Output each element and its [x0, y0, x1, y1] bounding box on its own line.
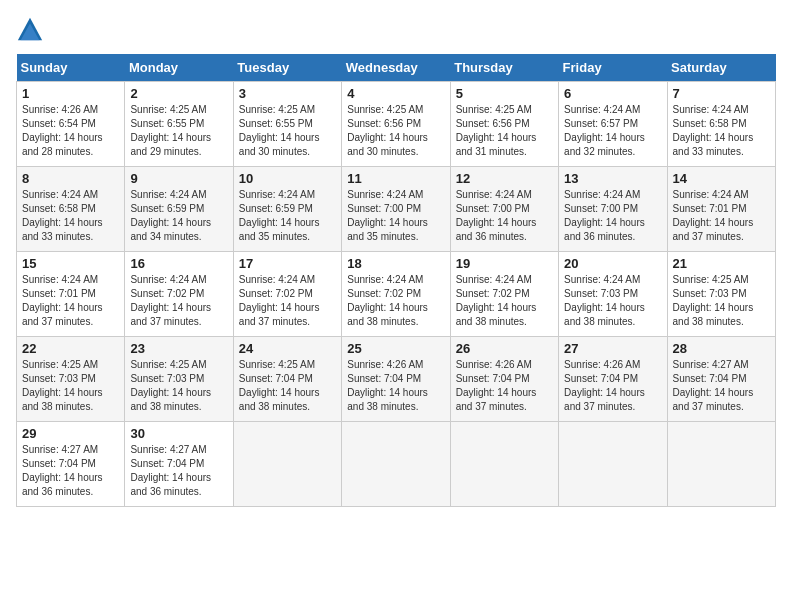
day-info: Sunrise: 4:24 AMSunset: 6:58 PMDaylight:…: [673, 104, 754, 157]
calendar-cell: 7 Sunrise: 4:24 AMSunset: 6:58 PMDayligh…: [667, 82, 775, 167]
day-number: 17: [239, 256, 336, 271]
day-number: 12: [456, 171, 553, 186]
day-number: 13: [564, 171, 661, 186]
day-number: 14: [673, 171, 770, 186]
calendar-cell: [667, 422, 775, 507]
calendar-cell: 23 Sunrise: 4:25 AMSunset: 7:03 PMDaylig…: [125, 337, 233, 422]
day-number: 6: [564, 86, 661, 101]
logo: [16, 16, 48, 44]
day-info: Sunrise: 4:25 AMSunset: 6:56 PMDaylight:…: [456, 104, 537, 157]
day-number: 1: [22, 86, 119, 101]
calendar-cell: 13 Sunrise: 4:24 AMSunset: 7:00 PMDaylig…: [559, 167, 667, 252]
calendar-cell: 9 Sunrise: 4:24 AMSunset: 6:59 PMDayligh…: [125, 167, 233, 252]
day-info: Sunrise: 4:24 AMSunset: 7:02 PMDaylight:…: [239, 274, 320, 327]
header: [16, 16, 776, 44]
day-number: 16: [130, 256, 227, 271]
day-info: Sunrise: 4:25 AMSunset: 7:03 PMDaylight:…: [673, 274, 754, 327]
day-info: Sunrise: 4:24 AMSunset: 7:01 PMDaylight:…: [673, 189, 754, 242]
day-info: Sunrise: 4:26 AMSunset: 7:04 PMDaylight:…: [456, 359, 537, 412]
calendar-cell: 28 Sunrise: 4:27 AMSunset: 7:04 PMDaylig…: [667, 337, 775, 422]
day-info: Sunrise: 4:24 AMSunset: 6:57 PMDaylight:…: [564, 104, 645, 157]
day-info: Sunrise: 4:24 AMSunset: 7:00 PMDaylight:…: [456, 189, 537, 242]
weekday-header-friday: Friday: [559, 54, 667, 82]
day-number: 21: [673, 256, 770, 271]
calendar-week-5: 29 Sunrise: 4:27 AMSunset: 7:04 PMDaylig…: [17, 422, 776, 507]
weekday-header-thursday: Thursday: [450, 54, 558, 82]
day-number: 19: [456, 256, 553, 271]
day-info: Sunrise: 4:26 AMSunset: 7:04 PMDaylight:…: [347, 359, 428, 412]
calendar-cell: 11 Sunrise: 4:24 AMSunset: 7:00 PMDaylig…: [342, 167, 450, 252]
calendar-week-3: 15 Sunrise: 4:24 AMSunset: 7:01 PMDaylig…: [17, 252, 776, 337]
calendar-cell: 22 Sunrise: 4:25 AMSunset: 7:03 PMDaylig…: [17, 337, 125, 422]
weekday-header-monday: Monday: [125, 54, 233, 82]
calendar-cell: 10 Sunrise: 4:24 AMSunset: 6:59 PMDaylig…: [233, 167, 341, 252]
day-info: Sunrise: 4:24 AMSunset: 7:00 PMDaylight:…: [564, 189, 645, 242]
day-info: Sunrise: 4:25 AMSunset: 6:55 PMDaylight:…: [130, 104, 211, 157]
day-number: 28: [673, 341, 770, 356]
day-number: 24: [239, 341, 336, 356]
calendar-cell: 17 Sunrise: 4:24 AMSunset: 7:02 PMDaylig…: [233, 252, 341, 337]
day-number: 15: [22, 256, 119, 271]
calendar-week-2: 8 Sunrise: 4:24 AMSunset: 6:58 PMDayligh…: [17, 167, 776, 252]
day-number: 25: [347, 341, 444, 356]
calendar-week-4: 22 Sunrise: 4:25 AMSunset: 7:03 PMDaylig…: [17, 337, 776, 422]
day-number: 8: [22, 171, 119, 186]
day-info: Sunrise: 4:24 AMSunset: 7:01 PMDaylight:…: [22, 274, 103, 327]
day-number: 9: [130, 171, 227, 186]
calendar-cell: 1 Sunrise: 4:26 AMSunset: 6:54 PMDayligh…: [17, 82, 125, 167]
day-info: Sunrise: 4:24 AMSunset: 7:02 PMDaylight:…: [347, 274, 428, 327]
calendar-cell: 14 Sunrise: 4:24 AMSunset: 7:01 PMDaylig…: [667, 167, 775, 252]
calendar-table: SundayMondayTuesdayWednesdayThursdayFrid…: [16, 54, 776, 507]
calendar-cell: 6 Sunrise: 4:24 AMSunset: 6:57 PMDayligh…: [559, 82, 667, 167]
calendar-cell: 29 Sunrise: 4:27 AMSunset: 7:04 PMDaylig…: [17, 422, 125, 507]
calendar-cell: 24 Sunrise: 4:25 AMSunset: 7:04 PMDaylig…: [233, 337, 341, 422]
day-info: Sunrise: 4:27 AMSunset: 7:04 PMDaylight:…: [673, 359, 754, 412]
day-number: 4: [347, 86, 444, 101]
day-number: 26: [456, 341, 553, 356]
calendar-cell: 12 Sunrise: 4:24 AMSunset: 7:00 PMDaylig…: [450, 167, 558, 252]
calendar-cell: 4 Sunrise: 4:25 AMSunset: 6:56 PMDayligh…: [342, 82, 450, 167]
day-number: 10: [239, 171, 336, 186]
weekday-header-row: SundayMondayTuesdayWednesdayThursdayFrid…: [17, 54, 776, 82]
day-info: Sunrise: 4:24 AMSunset: 7:03 PMDaylight:…: [564, 274, 645, 327]
calendar-cell: 27 Sunrise: 4:26 AMSunset: 7:04 PMDaylig…: [559, 337, 667, 422]
calendar-cell: 30 Sunrise: 4:27 AMSunset: 7:04 PMDaylig…: [125, 422, 233, 507]
day-info: Sunrise: 4:24 AMSunset: 7:02 PMDaylight:…: [130, 274, 211, 327]
calendar-cell: [559, 422, 667, 507]
weekday-header-tuesday: Tuesday: [233, 54, 341, 82]
calendar-cell: 21 Sunrise: 4:25 AMSunset: 7:03 PMDaylig…: [667, 252, 775, 337]
calendar-cell: 19 Sunrise: 4:24 AMSunset: 7:02 PMDaylig…: [450, 252, 558, 337]
day-number: 22: [22, 341, 119, 356]
weekday-header-sunday: Sunday: [17, 54, 125, 82]
day-number: 3: [239, 86, 336, 101]
calendar-cell: 8 Sunrise: 4:24 AMSunset: 6:58 PMDayligh…: [17, 167, 125, 252]
day-info: Sunrise: 4:24 AMSunset: 6:58 PMDaylight:…: [22, 189, 103, 242]
day-number: 20: [564, 256, 661, 271]
day-number: 5: [456, 86, 553, 101]
day-info: Sunrise: 4:25 AMSunset: 7:03 PMDaylight:…: [22, 359, 103, 412]
calendar-cell: 20 Sunrise: 4:24 AMSunset: 7:03 PMDaylig…: [559, 252, 667, 337]
day-number: 29: [22, 426, 119, 441]
calendar-cell: 25 Sunrise: 4:26 AMSunset: 7:04 PMDaylig…: [342, 337, 450, 422]
calendar-cell: [450, 422, 558, 507]
day-info: Sunrise: 4:27 AMSunset: 7:04 PMDaylight:…: [130, 444, 211, 497]
day-info: Sunrise: 4:26 AMSunset: 7:04 PMDaylight:…: [564, 359, 645, 412]
calendar-cell: 3 Sunrise: 4:25 AMSunset: 6:55 PMDayligh…: [233, 82, 341, 167]
day-number: 7: [673, 86, 770, 101]
calendar-cell: 5 Sunrise: 4:25 AMSunset: 6:56 PMDayligh…: [450, 82, 558, 167]
day-number: 11: [347, 171, 444, 186]
day-number: 18: [347, 256, 444, 271]
calendar-cell: 15 Sunrise: 4:24 AMSunset: 7:01 PMDaylig…: [17, 252, 125, 337]
day-info: Sunrise: 4:25 AMSunset: 6:56 PMDaylight:…: [347, 104, 428, 157]
calendar-week-1: 1 Sunrise: 4:26 AMSunset: 6:54 PMDayligh…: [17, 82, 776, 167]
weekday-header-saturday: Saturday: [667, 54, 775, 82]
day-number: 30: [130, 426, 227, 441]
day-info: Sunrise: 4:24 AMSunset: 6:59 PMDaylight:…: [130, 189, 211, 242]
weekday-header-wednesday: Wednesday: [342, 54, 450, 82]
day-info: Sunrise: 4:26 AMSunset: 6:54 PMDaylight:…: [22, 104, 103, 157]
day-info: Sunrise: 4:25 AMSunset: 7:03 PMDaylight:…: [130, 359, 211, 412]
calendar-cell: [233, 422, 341, 507]
day-number: 23: [130, 341, 227, 356]
day-info: Sunrise: 4:25 AMSunset: 6:55 PMDaylight:…: [239, 104, 320, 157]
logo-icon: [16, 16, 44, 44]
